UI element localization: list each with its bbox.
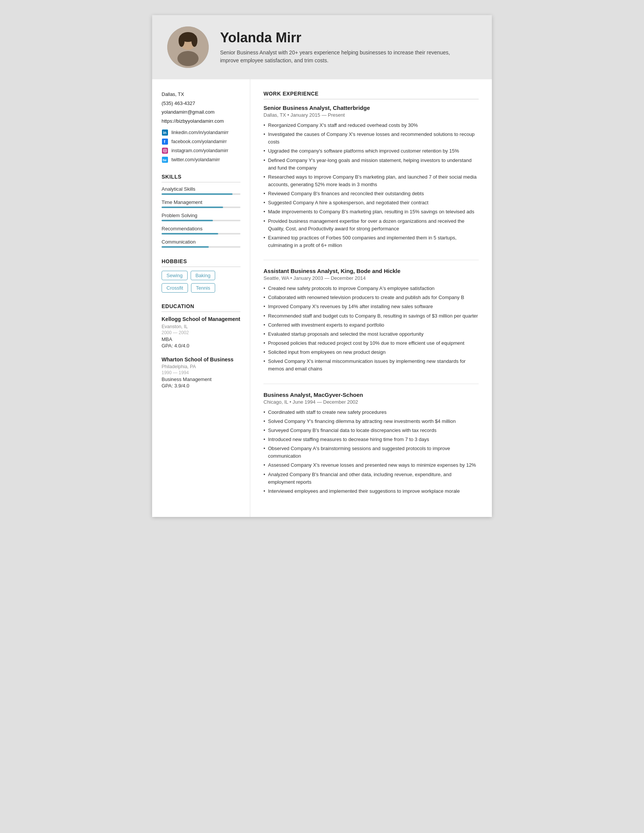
skill-name-1: Time Management: [162, 199, 241, 205]
social-list: in linkedin.com/in/yolandamirr f: [162, 129, 241, 163]
bullet-0-7: Made improvements to Company B's marketi…: [263, 208, 479, 215]
skill-3: Recommendations: [162, 226, 241, 235]
header-text: Yolanda Mirr Senior Business Analyst wit…: [220, 30, 454, 64]
job-title-0: Senior Business Analyst, Chatterbridge: [263, 105, 479, 111]
social-linkedin: in linkedin.com/in/yolandamirr: [162, 129, 241, 136]
resume: Yolanda Mirr Senior Business Analyst wit…: [152, 15, 492, 517]
edu-1: Wharton School of Business Philadelphia,…: [162, 356, 241, 389]
social-twitter: tw twitter.com/yolandamirr: [162, 156, 241, 163]
twitter-icon: tw: [162, 156, 169, 163]
skill-2: Problem Solving: [162, 212, 241, 221]
skill-bar-bg-1: [162, 207, 241, 208]
job-meta-0: Dallas, TX • January 2015 — Present: [263, 112, 479, 118]
hobbies-section: HOBBIES Sewing Baking Crossfit Tennis: [162, 258, 241, 293]
education-title: EDUCATION: [162, 303, 241, 312]
edu-degree-0: MBA: [162, 336, 241, 342]
bullet-0-2: Upgraded the company's software platform…: [263, 147, 479, 155]
work-section: WORK EXPERIENCE Senior Business Analyst,…: [263, 91, 479, 495]
skill-bar-bg-2: [162, 220, 241, 221]
bullet-1-5: Evaluated startup proposals and selected…: [263, 330, 479, 338]
hobby-2: Crossfit: [162, 283, 188, 293]
job-1: Assistant Business Analyst, King, Bode a…: [263, 268, 479, 373]
bullet-2-5: Assessed Company X's revenue losses and …: [263, 462, 479, 469]
job-title-2: Business Analyst, MacGyver-Schoen: [263, 392, 479, 398]
contact-phone: (535) 463-4327: [162, 100, 241, 107]
facebook-handle: facebook.com/yolandamirr: [171, 139, 227, 144]
edu-school-1: Wharton School of Business: [162, 356, 241, 363]
skill-name-4: Communication: [162, 239, 241, 245]
bullet-2-2: Surveyed Company B's financial data to l…: [263, 427, 479, 434]
job-meta-2: Chicago, IL • June 1994 — December 2002: [263, 399, 479, 405]
edu-year-0: 2000 — 2002: [162, 330, 241, 335]
svg-text:f: f: [164, 139, 165, 144]
job-bullets-2: Coordinated with staff to create new saf…: [263, 408, 479, 495]
svg-point-4: [178, 35, 185, 47]
facebook-icon: f: [162, 138, 169, 145]
bullet-1-3: Recommended staff and budget cuts to Com…: [263, 312, 479, 320]
linkedin-icon: in: [162, 129, 169, 136]
instagram-handle: instagram.com/yolandamirr: [171, 148, 228, 153]
bullet-0-3: Defined Company Y's year-long goals and …: [263, 157, 479, 172]
svg-point-1: [177, 51, 199, 66]
job-title-1: Assistant Business Analyst, King, Bode a…: [263, 268, 479, 274]
hobby-3: Tennis: [191, 283, 215, 293]
skill-bar-bg-4: [162, 246, 241, 248]
bullet-1-1: Collaborated with renowned television pr…: [263, 294, 479, 301]
skill-name-2: Problem Solving: [162, 212, 241, 218]
edu-gpa-1: GPA: 3.9/4.0: [162, 383, 241, 389]
hobbies-title: HOBBIES: [162, 258, 241, 267]
bullet-0-6: Suggested Company A hire a spokesperson,…: [263, 199, 479, 207]
job-meta-1: Seattle, WA • January 2003 — December 20…: [263, 275, 479, 281]
education-section: EDUCATION Kellogg School of Management E…: [162, 303, 241, 389]
edu-location-1: Philadelphia, PA: [162, 364, 241, 369]
edu-0: Kellogg School of Management Evanston, I…: [162, 316, 241, 349]
bullet-0-1: Investigated the causes of Company X's r…: [263, 131, 479, 146]
svg-point-5: [191, 35, 198, 47]
separator-1: [263, 384, 479, 384]
skill-name-3: Recommendations: [162, 226, 241, 232]
bullet-2-7: Interviewed employees and implemented th…: [263, 487, 479, 495]
job-bullets-0: Reorganized Company X's staff and reduce…: [263, 122, 479, 249]
skills-list: Analytical Skills Time Management Proble…: [162, 186, 241, 248]
hobbies-grid: Sewing Baking Crossfit Tennis: [162, 271, 241, 293]
contact-section: Dallas, TX (535) 463-4327 yolandamirr@gm…: [162, 91, 241, 163]
skills-title: SKILLS: [162, 174, 241, 182]
separator-0: [263, 260, 479, 260]
bullet-2-1: Solved Company Y's financing dilemma by …: [263, 418, 479, 425]
contact-website: https://bizbyyolandamirr.com: [162, 117, 241, 125]
avatar: [167, 26, 209, 68]
skill-bar-fill-1: [162, 207, 223, 208]
bullet-1-4: Conferred with investment experts to exp…: [263, 322, 479, 329]
job-0: Senior Business Analyst, Chatterbridge D…: [263, 105, 479, 249]
skill-bar-fill-0: [162, 193, 233, 195]
bullet-0-9: Examined top practices of Forbes 500 com…: [263, 234, 479, 249]
hobby-0: Sewing: [162, 271, 188, 280]
edu-gpa-0: GPA: 4.0/4.0: [162, 343, 241, 349]
skills-section: SKILLS Analytical Skills Time Management: [162, 174, 241, 248]
instagram-icon: [162, 147, 169, 154]
job-2: Business Analyst, MacGyver-Schoen Chicag…: [263, 392, 479, 495]
skill-name-0: Analytical Skills: [162, 186, 241, 192]
candidate-name: Yolanda Mirr: [220, 30, 454, 46]
skill-0: Analytical Skills: [162, 186, 241, 195]
edu-year-1: 1990 — 1994: [162, 370, 241, 375]
skill-bar-fill-4: [162, 246, 209, 248]
svg-point-13: [166, 149, 167, 150]
work-title: WORK EXPERIENCE: [263, 91, 479, 99]
contact-email: yolandamirr@gmail.com: [162, 108, 241, 116]
skill-1: Time Management: [162, 199, 241, 208]
svg-text:in: in: [163, 131, 167, 135]
svg-rect-10: [162, 148, 168, 154]
bullet-1-0: Created new safety protocols to improve …: [263, 285, 479, 292]
bullet-2-4: Observed Company A's brainstorming sessi…: [263, 445, 479, 460]
bullet-1-8: Solved Company X's internal miscommunica…: [263, 358, 479, 373]
sidebar: Dallas, TX (535) 463-4327 yolandamirr@gm…: [152, 79, 250, 517]
job-bullets-1: Created new safety protocols to improve …: [263, 285, 479, 373]
header: Yolanda Mirr Senior Business Analyst wit…: [152, 15, 492, 79]
edu-location-0: Evanston, IL: [162, 324, 241, 329]
bullet-2-6: Analyzed Company B's financial and other…: [263, 471, 479, 486]
bullet-0-8: Provided business management expertise f…: [263, 217, 479, 233]
bullet-2-0: Coordinated with staff to create new saf…: [263, 408, 479, 416]
edu-degree-1: Business Management: [162, 376, 241, 382]
hobby-1: Baking: [191, 271, 215, 280]
